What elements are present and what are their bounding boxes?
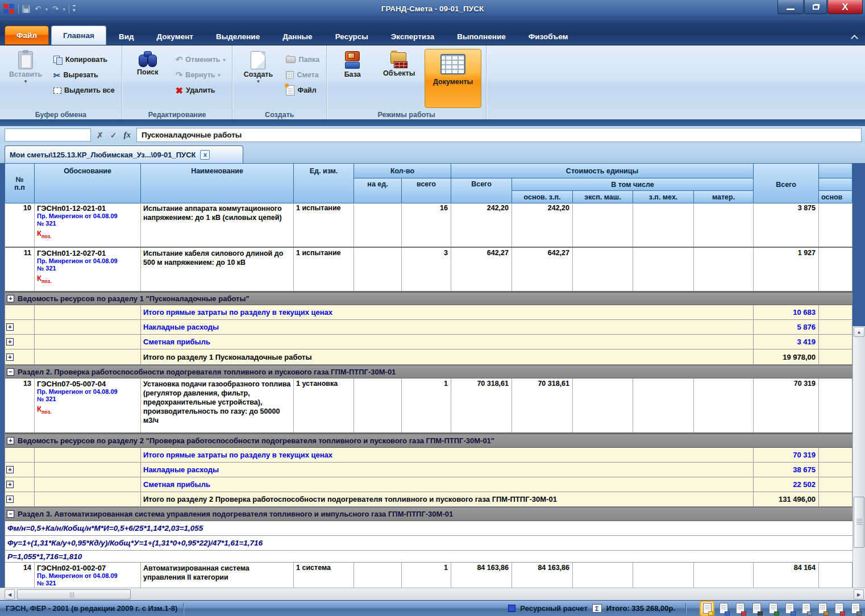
- doc-hammer-icon[interactable]: [849, 602, 862, 615]
- vertical-scrollbar[interactable]: ▲ ▼: [852, 326, 865, 616]
- new-file-button[interactable]: Файл: [284, 84, 322, 97]
- doc-grid-icon[interactable]: [783, 602, 796, 615]
- confirm-icon[interactable]: ✓: [110, 131, 117, 140]
- section-row[interactable]: −Раздел 2. Проверка работоспособности по…: [5, 365, 852, 378]
- delete-button[interactable]: ✖Удалить: [173, 84, 228, 97]
- section-row[interactable]: +Ведомость ресурсов по разделу 2 "Провер…: [5, 434, 852, 448]
- formula-row[interactable]: Р=1,055*1,716=1,810: [5, 551, 852, 563]
- doc-pencil-icon[interactable]: [800, 602, 812, 615]
- expand-plus-icon[interactable]: +: [7, 295, 14, 302]
- copy-button[interactable]: Копировать: [51, 53, 117, 66]
- item-row[interactable]: 11ГЭСНп01-12-027-01Пр. Минрегион от 04.0…: [5, 248, 852, 292]
- header-naimenovanie[interactable]: Наименование: [141, 164, 294, 203]
- expand-plus-icon[interactable]: +: [6, 323, 14, 331]
- tab-3[interactable]: Документ: [147, 28, 203, 45]
- minimize-button[interactable]: [777, 0, 804, 14]
- item-row[interactable]: 14ГЭСНп02-01-002-07Пр. Минрегион от 04.0…: [5, 563, 852, 588]
- header-zp-meh[interactable]: з.п. мех.: [633, 191, 694, 203]
- header-cost-total[interactable]: Всего: [451, 178, 512, 203]
- doc-tc-icon[interactable]: [750, 602, 763, 615]
- header-qty-total[interactable]: всего: [402, 178, 451, 203]
- formula-row[interactable]: Фу=1+(1,31*Ка/у+0,95*Кд/у)/Кобщ*У=1+(1,3…: [5, 536, 852, 551]
- expand-plus-icon[interactable]: +: [6, 353, 14, 361]
- vertical-scroll-thumb[interactable]: [854, 497, 864, 548]
- header-osn-zp[interactable]: основ. з.п.: [512, 191, 573, 203]
- formula-input[interactable]: Пусконаладочные работы: [136, 128, 862, 142]
- tab-7[interactable]: Экспертиза: [381, 28, 444, 45]
- horizontal-scrollbar[interactable]: ◀ ▶: [0, 588, 865, 600]
- cancel-icon[interactable]: ✗: [97, 131, 103, 140]
- objects-mode-button[interactable]: Объекты: [378, 49, 420, 109]
- summary-bold-row[interactable]: +Итого по разделу 1 Пусконаладочные рабо…: [5, 349, 852, 365]
- tab-2[interactable]: Вид: [109, 28, 144, 45]
- restore-button[interactable]: [804, 0, 827, 14]
- summary-row[interactable]: +Накладные расходы38 675: [5, 463, 852, 477]
- summary-row[interactable]: Итого прямые затраты по разделу в текущи…: [5, 305, 852, 320]
- item-row[interactable]: 10ГЭСНп01-12-021-01Пр. Минрегион от 04.0…: [5, 203, 852, 248]
- header-num[interactable]: №п.п: [5, 164, 35, 203]
- documents-mode-button[interactable]: Документы: [425, 49, 481, 108]
- doc-chart-icon[interactable]: [833, 602, 845, 615]
- expand-plus-icon[interactable]: +: [6, 466, 14, 473]
- document-tab[interactable]: Мои сметы\125.13.КР_Любимская_Уз...\09-0…: [5, 145, 243, 163]
- undo-button[interactable]: ↶Отменить▾: [173, 53, 228, 66]
- base-mode-button[interactable]: База: [331, 49, 373, 109]
- close-button[interactable]: X: [827, 0, 863, 14]
- create-dropdown-icon[interactable]: ▾: [257, 78, 260, 84]
- name-box[interactable]: [5, 128, 91, 141]
- new-folder-button[interactable]: Папка: [284, 53, 322, 66]
- summary-bold-row[interactable]: +Итого по разделу 2 Проверка работоспосо…: [5, 492, 852, 507]
- expand-plus-icon[interactable]: +: [7, 437, 14, 444]
- paste-button[interactable]: Вставить ▾: [5, 49, 47, 109]
- header-cut-osn[interactable]: основ: [819, 191, 852, 203]
- header-cost[interactable]: Стоимость единицы: [451, 164, 754, 178]
- header-mater[interactable]: матер.: [694, 191, 754, 203]
- doc-money-icon[interactable]: [767, 602, 779, 615]
- tab-5[interactable]: Данные: [272, 28, 322, 45]
- tab-1[interactable]: Главная: [51, 26, 106, 45]
- expand-minus-icon[interactable]: −: [7, 510, 14, 518]
- new-estimate-button[interactable]: Смета: [284, 69, 322, 81]
- section-row[interactable]: −Раздел 3. Автоматизированная система уп…: [5, 507, 852, 521]
- tab-9[interactable]: Физобъем: [518, 28, 579, 45]
- scroll-left-icon[interactable]: ◀: [5, 589, 15, 600]
- expand-plus-icon[interactable]: +: [6, 481, 14, 488]
- search-button[interactable]: Поиск: [127, 49, 169, 109]
- header-including[interactable]: В том числе: [512, 178, 754, 191]
- header-total[interactable]: Всего: [754, 164, 819, 203]
- header-qty[interactable]: Кол-во: [354, 164, 451, 178]
- file-menu-button[interactable]: Файл: [5, 26, 49, 45]
- horizontal-scroll-thumb[interactable]: [17, 589, 131, 600]
- cut-button[interactable]: ✂Вырезать: [51, 69, 117, 81]
- header-exp-mash[interactable]: эксп. маш.: [573, 191, 633, 203]
- scroll-right-icon[interactable]: ▶: [854, 589, 864, 600]
- tab-6[interactable]: Ресурсы: [325, 28, 379, 45]
- header-qty-unit[interactable]: на ед.: [354, 178, 402, 203]
- redo-button[interactable]: ↷Вернуть▾: [173, 69, 228, 81]
- select-all-button[interactable]: Выделить все: [51, 84, 117, 97]
- summary-row[interactable]: Итого прямые затраты по разделу в текущи…: [5, 448, 852, 463]
- expand-plus-icon[interactable]: +: [6, 338, 14, 346]
- collapse-ribbon-icon[interactable]: [852, 34, 857, 39]
- create-button[interactable]: Создать ▾: [237, 49, 279, 109]
- estimate-calculator-icon[interactable]: [701, 602, 713, 615]
- summary-row[interactable]: +Сметная прибыль3 419: [5, 335, 852, 349]
- header-unit[interactable]: Ед. изм.: [294, 164, 354, 203]
- fx-icon[interactable]: fx: [123, 130, 131, 140]
- doc-flag-icon[interactable]: [734, 602, 746, 615]
- tab-8[interactable]: Выполнение: [447, 28, 516, 45]
- document-tab-close-icon[interactable]: x: [200, 150, 210, 160]
- formula-row[interactable]: Фм/н=0,5+Ка/н/Кобщ/н*М*И=0,5+6/25*1,14*2…: [5, 521, 852, 536]
- paste-dropdown-icon[interactable]: ▾: [24, 78, 27, 84]
- expand-minus-icon[interactable]: −: [7, 368, 14, 376]
- item-row[interactable]: 13ГЭСНп07-05-007-04Пр. Минрегион от 04.0…: [5, 378, 852, 434]
- scroll-up-icon[interactable]: ▲: [854, 327, 864, 337]
- summary-row[interactable]: +Накладные расходы5 876: [5, 320, 852, 335]
- doc-coins-icon[interactable]: [816, 602, 829, 615]
- header-obosnovanie[interactable]: Обоснование: [35, 164, 141, 203]
- section-row[interactable]: +Ведомость ресурсов по разделу 1 "Пускон…: [5, 292, 852, 305]
- expand-plus-icon[interactable]: +: [6, 496, 14, 503]
- tab-4[interactable]: Выделение: [206, 28, 270, 45]
- doc-blue-square-icon[interactable]: [717, 602, 730, 615]
- summary-row[interactable]: +Сметная прибыль22 502: [5, 477, 852, 492]
